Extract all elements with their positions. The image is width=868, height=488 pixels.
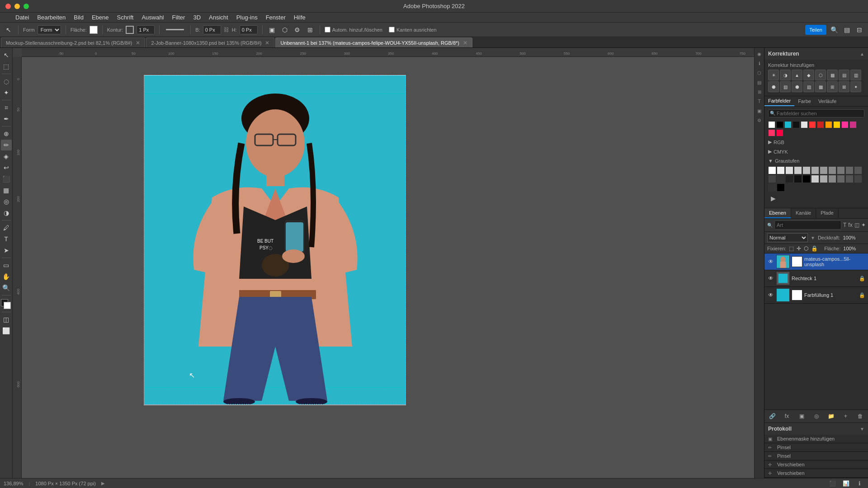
layer-eye-1[interactable]: 👁	[767, 258, 774, 265]
layers-type-btn[interactable]: T	[843, 220, 846, 230]
channel-mixer-icon[interactable]: ⬢	[792, 81, 802, 92]
korrekturen-header[interactable]: Korrekturen ▲	[764, 48, 868, 60]
brush-tool[interactable]: ✏	[1, 140, 12, 150]
close-button[interactable]	[5, 4, 11, 9]
layer-adjustment-btn[interactable]: ◎	[811, 411, 821, 421]
teilen-button[interactable]: Teilen	[805, 25, 826, 35]
history-tool[interactable]: ↩	[1, 162, 12, 173]
grau-swatch-22[interactable]	[854, 175, 862, 183]
lock-pixels-icon[interactable]: ⬚	[789, 245, 794, 252]
menu-ansicht[interactable]: Ansicht	[205, 13, 232, 22]
rgb-header[interactable]: ▶ RGB	[768, 138, 864, 146]
grau-swatch-8[interactable]	[828, 166, 836, 174]
menu-plugins[interactable]: Plug-ins	[233, 13, 261, 22]
blur-tool[interactable]: ◎	[1, 196, 12, 207]
grau-swatch-18[interactable]	[820, 175, 828, 183]
grau-swatch-20[interactable]	[837, 175, 845, 183]
color-lookup-icon[interactable]: ▨	[803, 81, 814, 92]
protokoll-header[interactable]: Protokoll ▼	[764, 423, 868, 435]
tab-pfade[interactable]: Pfade	[816, 208, 839, 218]
farbfelder-search[interactable]	[768, 109, 864, 117]
swatch-light-gray[interactable]	[801, 121, 808, 128]
hand-tool[interactable]: ✋	[1, 271, 12, 282]
tab-mockup-close[interactable]: ✕	[136, 40, 140, 46]
statusbar-info-btn[interactable]: ℹ	[854, 479, 864, 488]
document-canvas[interactable]: BE BUT PSY◌	[144, 75, 406, 405]
menu-bearbeiten[interactable]: Bearbeiten	[33, 13, 69, 22]
grau-swatch-12[interactable]	[768, 175, 776, 183]
tab-kanaele[interactable]: Kanäle	[791, 208, 816, 218]
layer-mask-add-btn[interactable]: ▣	[797, 411, 807, 421]
graustufen-play-btn[interactable]: ▶	[768, 193, 778, 203]
grau-swatch-21[interactable]	[845, 175, 854, 183]
layer-eye-2[interactable]: 👁	[767, 275, 774, 282]
protokoll-item-3[interactable]: ✏ Pinsel	[764, 452, 868, 460]
eyedropper-tool[interactable]: ✒	[1, 113, 12, 124]
grau-swatch-6[interactable]	[811, 166, 819, 174]
layer-delete-btn[interactable]: 🗑	[855, 411, 865, 421]
swatch-yellow[interactable]	[833, 121, 840, 128]
move-tool[interactable]: ↖	[1, 50, 12, 61]
tab-mockup[interactable]: Mockup-Stellenausschreibung-2.psd bei 82…	[1, 38, 145, 47]
autom-checkbox[interactable]	[325, 27, 330, 33]
panel-icon-7[interactable]: ▣	[755, 107, 764, 115]
layers-filter-input[interactable]	[774, 221, 841, 230]
eraser-tool[interactable]: ⬛	[1, 174, 12, 184]
panel-icon-4[interactable]: ▤	[755, 78, 764, 86]
menu-ebene[interactable]: Ebene	[88, 13, 113, 22]
grau-swatch-3[interactable]	[785, 166, 793, 174]
swatch-pink[interactable]	[841, 121, 849, 128]
grau-swatch-15[interactable]	[794, 175, 802, 183]
layer-fx-btn[interactable]: fx	[782, 411, 792, 421]
kanten-checkbox[interactable]	[389, 27, 395, 33]
protokoll-item-5[interactable]: ✛ Verschieben	[764, 469, 868, 478]
kontur-value[interactable]	[137, 25, 155, 34]
tab-verlaeufe[interactable]: Verläufe	[815, 97, 840, 106]
search-icon[interactable]: 🔍	[829, 25, 839, 35]
select-path-tool[interactable]: ➤	[1, 245, 12, 256]
screen-mode-tool[interactable]: ⬜	[1, 325, 12, 336]
menu-hilfe[interactable]: Hilfe	[290, 13, 309, 22]
swatch-orange[interactable]	[825, 121, 832, 128]
grau-swatch-1[interactable]	[768, 166, 776, 174]
lock-all-icon[interactable]: 🔒	[811, 245, 818, 252]
quick-mask-tool[interactable]: ◫	[1, 314, 12, 325]
menu-bild[interactable]: Bild	[70, 13, 87, 22]
layer-link-btn[interactable]: 🔗	[767, 411, 777, 421]
tab-farbfelder[interactable]: Farbfelder	[764, 96, 794, 106]
vibrance-icon[interactable]: ▦	[827, 70, 838, 80]
swatch-black[interactable]	[776, 121, 783, 128]
menu-apple[interactable]	[4, 17, 11, 19]
protokoll-item-4[interactable]: ✛ Verschieben	[764, 460, 868, 469]
lasso-tool[interactable]: ◌	[1, 76, 12, 87]
menu-datei[interactable]: Datei	[12, 13, 33, 22]
layer-item-rect[interactable]: 👁 Rechteck 1 🔒	[764, 270, 868, 287]
tool-select[interactable]: Form	[38, 25, 61, 34]
color-picker[interactable]	[1, 299, 12, 310]
move-tool-icon[interactable]: ↖	[4, 25, 14, 35]
text-tool[interactable]: T	[1, 234, 12, 244]
menu-3d[interactable]: 3D	[189, 13, 204, 22]
panel-icon-1[interactable]: ◉	[755, 50, 764, 58]
grau-swatch-11[interactable]	[854, 166, 862, 174]
bw-icon[interactable]: ⬣	[768, 81, 779, 92]
shape-icon[interactable]: ▣	[267, 25, 277, 35]
menu-auswahl[interactable]: Auswahl	[138, 13, 167, 22]
panel-icon-3[interactable]: ⬡	[755, 69, 764, 77]
invert-icon[interactable]: ▩	[815, 81, 826, 92]
lock-artboard-icon[interactable]: ⬡	[804, 245, 808, 252]
grau-swatch-9[interactable]	[837, 166, 845, 174]
tab-ebenen[interactable]: Ebenen	[764, 208, 791, 218]
swatch-red[interactable]	[809, 121, 816, 128]
shape-tool[interactable]: ▭	[1, 260, 12, 271]
menu-fenster[interactable]: Fenster	[262, 13, 289, 22]
grau-swatch-23[interactable]	[768, 183, 776, 192]
grau-swatch-24[interactable]	[777, 183, 785, 192]
minimize-button[interactable]	[14, 4, 20, 9]
grau-swatch-16[interactable]	[802, 175, 811, 183]
tab-banner[interactable]: 2-Job-Banner-1080x1350.psd bei 135% (RGB…	[146, 38, 274, 47]
zoom-tool[interactable]: 🔍	[1, 282, 12, 293]
stroke-color-swatch[interactable]	[126, 26, 134, 34]
transform-selection-box[interactable]	[144, 75, 406, 404]
layer-group-btn[interactable]: 📁	[826, 411, 836, 421]
